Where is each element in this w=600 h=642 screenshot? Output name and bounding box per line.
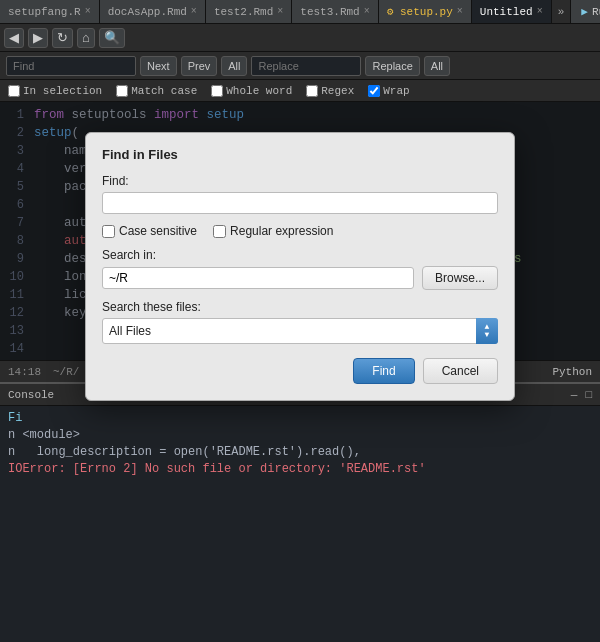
whole-word-option[interactable]: Whole word	[211, 85, 292, 97]
zoom-button[interactable]: 🔍	[99, 28, 125, 48]
forward-button[interactable]: ▶	[28, 28, 48, 48]
back-button[interactable]: ◀	[4, 28, 24, 48]
replace-all-button[interactable]: All	[424, 56, 450, 76]
replace-input[interactable]	[251, 56, 361, 76]
search-in-input[interactable]	[102, 267, 414, 289]
find-input[interactable]	[6, 56, 136, 76]
close-icon[interactable]: ×	[191, 6, 197, 17]
wrap-option[interactable]: Wrap	[368, 85, 409, 97]
close-icon[interactable]: ×	[85, 6, 91, 17]
tab-setupfang[interactable]: setupfang.R ×	[0, 0, 100, 24]
search-files-row: Search these files: All Files ▲ ▼	[102, 300, 498, 344]
dialog-title: Find in Files	[102, 147, 498, 162]
find-field-row: Find:	[102, 174, 498, 214]
console-minimize-icon[interactable]: —	[571, 389, 578, 401]
cancel-button[interactable]: Cancel	[423, 358, 498, 384]
files-select[interactable]: All Files	[102, 318, 498, 344]
find-bar: Next Prev All Replace All	[0, 52, 600, 80]
editor-wrapper: 1 from setuptools import setup 2 setup( …	[0, 102, 600, 360]
close-icon[interactable]: ×	[537, 6, 543, 17]
tab-docasapp[interactable]: docAsApp.Rmd ×	[100, 0, 206, 24]
close-icon[interactable]: ×	[364, 6, 370, 17]
dialog-checkrow: Case sensitive Regular expression	[102, 224, 498, 238]
in-selection-option[interactable]: In selection	[8, 85, 102, 97]
find-options: In selection Match case Whole word Regex…	[0, 80, 600, 102]
status-path: ~/R/	[53, 366, 79, 378]
browse-button[interactable]: Browse...	[422, 266, 498, 290]
dialog-overlay: Find in Files Find: Case sensitive Regul…	[0, 102, 600, 360]
case-sensitive-check[interactable]: Case sensitive	[102, 224, 197, 238]
status-line-col: 14:18	[8, 366, 41, 378]
play-icon: ▶	[581, 5, 588, 18]
tab-untitled-label: Untitled	[480, 6, 533, 18]
find-all-button[interactable]: All	[221, 56, 247, 76]
search-files-label: Search these files:	[102, 300, 498, 314]
close-icon[interactable]: ×	[457, 6, 463, 17]
refresh-button[interactable]: ↻	[52, 28, 73, 48]
dialog-find-input[interactable]	[102, 192, 498, 214]
find-next-button[interactable]: Next	[140, 56, 177, 76]
regex-option[interactable]: Regex	[306, 85, 354, 97]
console-content: Fi n <module> n long_description = open(…	[0, 406, 600, 482]
console-error-line: IOError: [Errno 2] No such file or direc…	[8, 461, 592, 478]
console-title: Console	[8, 389, 54, 401]
tab-test3[interactable]: test3.Rmd ×	[292, 0, 378, 24]
match-case-option[interactable]: Match case	[116, 85, 197, 97]
home-button[interactable]: ⌂	[77, 28, 95, 48]
dialog-buttons: Find Cancel	[102, 358, 498, 384]
find-label: Find:	[102, 174, 498, 188]
search-in-label: Search in:	[102, 248, 498, 262]
find-prev-button[interactable]: Prev	[181, 56, 218, 76]
run-script-button[interactable]: ▶ Run Script	[570, 0, 600, 24]
close-icon[interactable]: ×	[277, 6, 283, 17]
regex-check[interactable]: Regular expression	[213, 224, 333, 238]
tab-untitled[interactable]: Untitled ×	[472, 0, 552, 24]
search-in-row: Search in: Browse...	[102, 248, 498, 290]
console-area: Console — □ Fi n <module> n long_descrip…	[0, 382, 600, 512]
toolbar: ◀ ▶ ↻ ⌂ 🔍	[0, 24, 600, 52]
tab-bar: setupfang.R × docAsApp.Rmd × test2.Rmd ×…	[0, 0, 600, 24]
console-line-3: n long_description = open('README.rst').…	[8, 444, 592, 461]
find-button[interactable]: Find	[353, 358, 414, 384]
tab-test2[interactable]: test2.Rmd ×	[206, 0, 292, 24]
replace-button[interactable]: Replace	[365, 56, 419, 76]
status-language: Python	[552, 366, 592, 378]
tab-setup-py[interactable]: ⚙ setup.py ×	[379, 0, 472, 24]
console-line-2: n <module>	[8, 427, 592, 444]
find-in-files-dialog: Find in Files Find: Case sensitive Regul…	[85, 132, 515, 401]
console-line-1: Fi	[8, 410, 592, 427]
tab-overflow[interactable]: »	[552, 6, 571, 18]
console-expand-icon[interactable]: □	[585, 389, 592, 401]
